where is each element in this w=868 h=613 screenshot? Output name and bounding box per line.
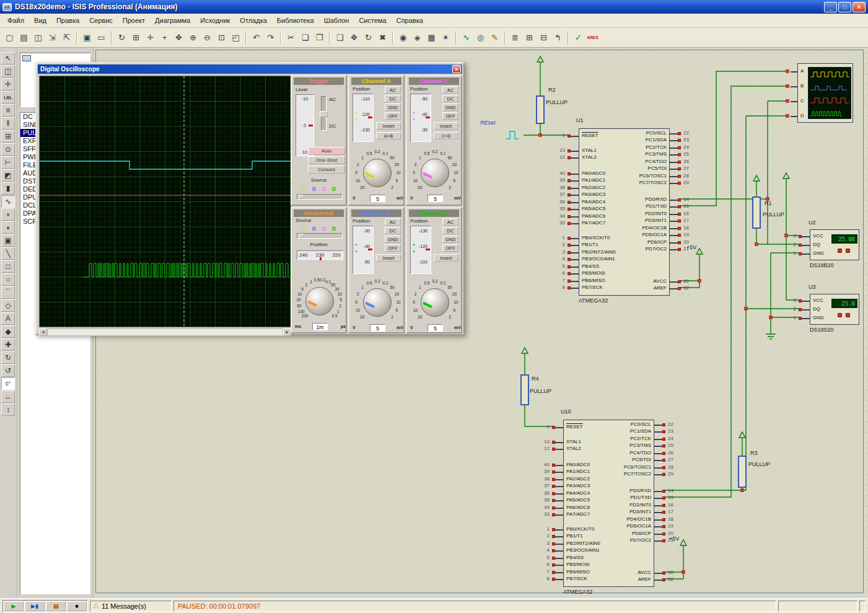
- channel-D-gnd-button[interactable]: GND: [442, 236, 458, 243]
- tool-box-graphic-mode[interactable]: □: [1, 260, 15, 273]
- toolbar-copy[interactable]: ❏: [298, 30, 312, 45]
- toolbar-export-section[interactable]: ⇱: [59, 30, 74, 45]
- menu-item-Шаблон[interactable]: Шаблон: [319, 15, 354, 26]
- component-r1[interactable]: [752, 196, 761, 229]
- channel-B-position-down[interactable]: ▼: [354, 250, 358, 254]
- toolbar-block-delete[interactable]: ✖: [375, 30, 390, 45]
- channel-A-position-down[interactable]: ▼: [354, 118, 358, 122]
- toolbar-packaging-tool[interactable]: ▦: [424, 30, 439, 45]
- tool-component-mode[interactable]: ◫: [1, 65, 15, 77]
- component-oscilloscope[interactable]: ABCD: [797, 63, 853, 123]
- trigger-cursors-button[interactable]: Cursors: [308, 165, 345, 174]
- toolbar-zoom-all[interactable]: ⊡: [214, 30, 229, 45]
- source-channel-A[interactable]: A: [299, 186, 309, 192]
- channel-D-off-button[interactable]: OFF: [442, 244, 458, 252]
- tool-text-script-mode[interactable]: ≡: [1, 104, 15, 117]
- tool-rotate-clockwise[interactable]: ↻: [1, 351, 15, 364]
- trigger-one-shot-button[interactable]: One-Shot: [308, 156, 345, 164]
- scroll-left-button[interactable]: ◄: [39, 329, 47, 336]
- toolbar-wire-autorouter[interactable]: ∿: [459, 30, 473, 45]
- source-channel-A[interactable]: A: [299, 226, 309, 232]
- menu-item-Справка[interactable]: Справка: [392, 15, 428, 26]
- tool-arc-graphic-mode[interactable]: ⌒: [1, 286, 15, 299]
- tool-instruments-mode[interactable]: ▣: [1, 234, 15, 247]
- channel-D-position-slider[interactable]: -130-120-110▲▼: [410, 226, 431, 274]
- toolbar-block-move[interactable]: ✥: [347, 30, 361, 45]
- horizontal-dial[interactable]: [305, 287, 334, 315]
- stop-button[interactable]: ■: [67, 601, 87, 611]
- toolbar-import-section[interactable]: ⇲: [45, 30, 59, 45]
- menu-item-Отладка[interactable]: Отладка: [235, 15, 271, 26]
- toolbar-new-sheet[interactable]: ⊞: [522, 30, 537, 45]
- toolbar-save-file[interactable]: ◫: [31, 30, 45, 45]
- channel-C-off-button[interactable]: OFF: [442, 112, 458, 120]
- component-r4[interactable]: [520, 374, 529, 405]
- menu-item-Вид[interactable]: Вид: [29, 15, 51, 26]
- source-channel-C[interactable]: C: [319, 186, 329, 192]
- tool-mirror-horizontal[interactable]: ↔: [1, 390, 15, 403]
- channel-C-gnd-button[interactable]: GND: [442, 104, 458, 111]
- oscilloscope-close-button[interactable]: ×: [452, 65, 461, 73]
- level-pointer[interactable]: [309, 125, 313, 126]
- message-status[interactable]: ⚠ 11 Message(s): [90, 601, 172, 612]
- toolbar-paste[interactable]: ❐: [312, 30, 327, 45]
- toolbar-block-rotate[interactable]: ↻: [361, 30, 375, 45]
- channel-D-dial[interactable]: [421, 288, 449, 317]
- component-u10[interactable]: 9RESET13XTAL112XTAL240PA0/ADC039PA1/ADC1…: [563, 420, 654, 587]
- oscilloscope-titlebar[interactable]: Digital Oscilloscope ×: [38, 64, 462, 74]
- channel-B-dc-button[interactable]: DC: [385, 227, 401, 234]
- toolbar-make-device[interactable]: ◈: [410, 30, 424, 45]
- toolbar-block-copy[interactable]: ❑: [333, 30, 347, 45]
- channel-C-position-down[interactable]: ▼: [412, 118, 416, 122]
- scroll-track[interactable]: [47, 329, 283, 336]
- channel-C-invert-button[interactable]: Invert: [434, 122, 458, 130]
- toolbar-undo[interactable]: ↶: [249, 30, 263, 45]
- channel-B-position-up[interactable]: ▲: [354, 242, 358, 247]
- source-channel-B[interactable]: B: [309, 226, 319, 232]
- channel-A-gnd-button[interactable]: GND: [385, 104, 401, 111]
- tool-subcircuit-mode[interactable]: ⊞: [1, 130, 15, 143]
- menu-item-Сервис[interactable]: Сервис: [84, 15, 118, 26]
- toolbar-pick-parts[interactable]: ◉: [396, 30, 410, 45]
- toolbar-design-explorer[interactable]: ≣: [508, 30, 522, 45]
- toolbar-new-file[interactable]: ▢: [2, 30, 17, 45]
- toolbar-redo[interactable]: ↷: [263, 30, 278, 45]
- channel-B-invert-button[interactable]: Invert: [376, 254, 401, 262]
- menu-item-Файл[interactable]: Файл: [2, 15, 29, 26]
- toolbar-zoom-area[interactable]: ◰: [229, 30, 243, 45]
- channel-B-gnd-button[interactable]: GND: [385, 236, 401, 243]
- source-channel-C[interactable]: C: [319, 226, 329, 232]
- tool-bus-mode[interactable]: ‖: [1, 117, 15, 130]
- toolbar-zoom-in[interactable]: ⊕: [186, 30, 200, 45]
- component-u1[interactable]: 9RESET13XTAL112XTAL240PA0/ADC039PA1/ADC1…: [579, 128, 670, 296]
- toolbar-decompose[interactable]: ✴: [439, 30, 453, 45]
- toolbar-open-file[interactable]: ▤: [17, 30, 31, 45]
- tool-selection-mode[interactable]: ↖: [1, 52, 15, 64]
- channel-C-sum-button[interactable]: C+D: [434, 132, 458, 139]
- tool-symbol-graphic-mode[interactable]: ◆: [1, 325, 15, 338]
- component-u3[interactable]: 25.0 3VCC2DQ1GND: [810, 294, 859, 325]
- source-channel-B[interactable]: B: [309, 186, 319, 192]
- toolbar-toggle-grid[interactable]: ⊞: [129, 30, 143, 45]
- toolbar-goto-cursor[interactable]: +: [157, 30, 172, 45]
- tool-text-graphic-mode[interactable]: A: [1, 312, 15, 325]
- channel-C-dc-button[interactable]: DC: [442, 95, 458, 102]
- label-reset-generator[interactable]: REset: [480, 120, 496, 126]
- source-channel-D[interactable]: D: [329, 226, 339, 232]
- channel-A-off-button[interactable]: OFF: [385, 112, 401, 120]
- toolbar-print[interactable]: ▣: [80, 30, 94, 45]
- channel-A-ac-button[interactable]: AC: [385, 86, 401, 94]
- tool-tape-recorder-mode[interactable]: ▮: [1, 182, 15, 195]
- play-button[interactable]: ▶: [4, 601, 24, 611]
- menu-item-Система[interactable]: Система: [354, 15, 391, 26]
- toolbar-cut[interactable]: ✂: [284, 30, 298, 45]
- toolbar-pan[interactable]: ✥: [172, 30, 186, 45]
- toolbar-search-tag[interactable]: ◎: [473, 30, 488, 45]
- component-u2[interactable]: 25.00 3VCC2DQ1GND: [810, 229, 859, 260]
- tool-device-pin-mode[interactable]: ⊢: [1, 156, 15, 169]
- channel-A-position-slider[interactable]: -110-120-130▲▼: [353, 94, 374, 142]
- channel-C-position-up[interactable]: ▲: [412, 110, 416, 115]
- menu-item-Правка[interactable]: Правка: [51, 15, 84, 26]
- coupling-handle[interactable]: [320, 111, 328, 117]
- toolbar-property-assignment[interactable]: ✎: [488, 30, 502, 45]
